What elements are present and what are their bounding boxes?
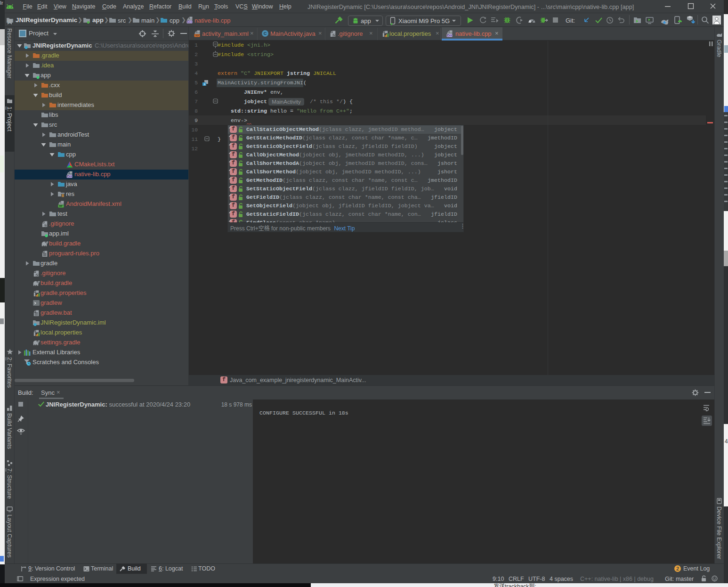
svg-text:C++: C++ [447,34,452,37]
svg-text:J: J [203,83,205,86]
svg-text:C++: C++ [67,175,72,178]
svg-text:<>: <> [195,34,199,37]
svg-text:C++: C++ [187,20,192,23]
svg-text:C: C [264,31,267,36]
svg-text:MF: MF [59,204,64,207]
